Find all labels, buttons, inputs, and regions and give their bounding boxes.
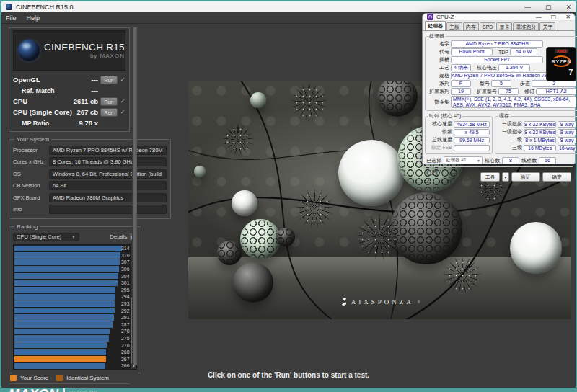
render-burst [294, 187, 335, 229]
ryzen-logo-text: RYZEN [552, 58, 572, 65]
ranking-row[interactable]: 24. 6C/12T @ 3.70 GHz, AMD Ryzen 5 7500F… [14, 321, 131, 329]
refmatch-label: Ref. Match [13, 87, 55, 94]
ranking-row-score: 292 [121, 308, 129, 313]
cpuz-tab[interactable]: SPD [480, 22, 495, 30]
revision-field: HPT1-A2 [536, 88, 576, 95]
render-burst [221, 122, 255, 157]
ranking-row[interactable]: 30. 8C/16T @ 3.51 GHz, 11th Gen Intel Co… [14, 362, 131, 370]
close-icon[interactable]: ✕ [565, 4, 571, 11]
render-sphere [232, 190, 257, 216]
tools-dropdown-button[interactable]: ▼ [502, 172, 509, 182]
cpuz-title-bar[interactable]: CPU-Z — ▢ ✕ [423, 14, 575, 21]
ranking-filter-dropdown[interactable]: CPU (Single Core) ▼ [13, 233, 79, 241]
validate-button[interactable]: 验证 [511, 172, 540, 182]
cpu-single-run-button[interactable]: Run [100, 108, 118, 117]
panel-splitter[interactable] [132, 27, 137, 365]
ranking-row-score: 295 [121, 288, 129, 293]
ranking-row[interactable]: 22. 24C/24T @ 2.12 GHz, 13th Gen Intel C… [14, 307, 131, 314]
system-row-value: 64 Bit [49, 181, 167, 190]
cpuz-processor-group: 处理器 AMD RYZEN 7 名字 AMD Ryzen 7 PRO 8845H… [425, 32, 577, 111]
cpuz-window-title: CPU-Z [436, 14, 454, 20]
ranking-row[interactable]: 28. 16C/16T @ 3.69 GHz, 12th Gen Intel C… [14, 349, 131, 356]
ryzen-badge: AMD RYZEN 7 [546, 47, 576, 81]
cpuz-close-icon[interactable]: ✕ [565, 14, 571, 20]
watermark: AIXSPONZA ® [188, 297, 571, 306]
cpu-check-icon[interactable]: ✓ [120, 98, 125, 104]
minimize-icon[interactable]: — [524, 4, 531, 11]
ranking-row[interactable]: 27. 16C/16T @ 2.50 GHz, 13th Gen Intel C… [14, 342, 131, 349]
ext-model-label: 扩展型号 [472, 88, 497, 95]
title-bar[interactable]: CINEBENCH R15.0 — ▢ ✕ [1, 1, 576, 12]
tdp-label: TDP [494, 50, 508, 55]
menu-help[interactable]: Help [27, 14, 40, 22]
cpuz-tab[interactable]: 显卡 [496, 22, 512, 30]
system-row: OS Windows 8, 64 Bit, Professional Editi… [13, 168, 167, 180]
cpu-single-check-icon[interactable]: ✓ [120, 109, 125, 115]
ranking-title: Ranking [14, 223, 40, 230]
render-burst [354, 212, 405, 262]
opengl-check-icon[interactable]: ✓ [120, 76, 125, 83]
ranking-row[interactable]: 19. 20C/20T @ 3.50 GHz, Intel Core i5-14… [14, 287, 131, 294]
cpuz-tab[interactable]: 关于 [539, 22, 555, 30]
clock-row-value [454, 145, 490, 151]
details-label: Details [110, 233, 127, 240]
threads-label: 线程数 [521, 157, 537, 164]
package-label: 插槽 [428, 56, 449, 63]
ranking-row[interactable]: 13. 32C/64T @ 4.00 GHz, AMD Ryzen Thread… [14, 245, 131, 252]
ranking-row[interactable]: 23. 24C/24T @ 2.12 GHz, 13th Gen Intel C… [14, 314, 131, 321]
opengl-run-button[interactable]: Run [100, 76, 118, 84]
render-burst [442, 255, 483, 295]
menu-file[interactable]: File [6, 14, 17, 22]
scroll-down-icon[interactable]: ▼ [132, 364, 136, 369]
ranking-row[interactable]: 15. 24C/24T @ 2.12 GHz, Intel Core i7-14… [14, 259, 131, 266]
cpuz-selection-row: 已选择 处理器 #1 ▼ 核心数 8 线程数 16 [425, 156, 573, 164]
ranking-row-bar: 28. 16C/16T @ 3.69 GHz, 12th Gen Intel C… [14, 349, 106, 355]
ranking-row-score: 301 [121, 280, 129, 285]
ranking-row-score: 278 [121, 329, 129, 334]
refmatch-value: --- [92, 86, 99, 94]
score-row-cpu-single: CPU (Single Core) 267 cb Run ✓ [13, 107, 125, 117]
score-row-mp-ratio: MP Ratio 9.78 x [13, 117, 125, 128]
ranking-row-score: 275 [121, 336, 129, 341]
processor-select[interactable]: 处理器 #1 ▼ [444, 156, 483, 164]
ranking-row-bar: 23. 24C/24T @ 2.12 GHz, 13th Gen Intel C… [14, 314, 114, 321]
ranking-row[interactable]: 16. 12C/24T @ 3.70 GHz, AMD Ryzen 9 7900… [14, 266, 131, 273]
ranking-row-score: 270 [121, 343, 129, 348]
ranking-row-bar: 19. 20C/20T @ 3.50 GHz, Intel Core i5-14… [14, 287, 115, 293]
system-row-label: Processor [13, 147, 46, 153]
cache-row-label: 二级 [498, 136, 522, 143]
ranking-row[interactable]: 18. 24C/24T @ 3.42 GHz, 13th Gen Intel C… [14, 280, 131, 287]
ranking-row[interactable]: 21. 24C/24T @ 3.19 GHz, 12th Gen Intel C… [14, 300, 131, 308]
ok-button[interactable]: 确定 [542, 172, 571, 182]
scores-box: CINEBENCH R15 by MAXON OpenGL --- Run ✓ … [9, 27, 130, 132]
opengl-value: --- [92, 76, 99, 84]
cpuz-tab[interactable]: 主板 [446, 22, 462, 30]
cpuz-maximize-icon[interactable]: ▢ [551, 14, 557, 20]
ranking-row[interactable]: 20. 6C/12T @ 3.80 GHz, AMD Ryzen 5 7600 … [14, 293, 131, 300]
model-field: 5 [491, 80, 511, 87]
ranking-row[interactable]: 25. 6C/12T @ 3.80 GHz, AMD Ryzen 5 7600 … [14, 328, 131, 335]
cpu-run-button[interactable]: Run [100, 97, 118, 106]
cpuz-tab[interactable]: 处理器 [425, 21, 446, 30]
ranking-row[interactable]: 17. 8C/16T @ 3.80 GHz, AMD Ryzen 7 7700 … [14, 272, 131, 280]
cpuz-tab[interactable]: 基准跑分 [513, 22, 539, 30]
cache-row-label: 三级 [498, 144, 522, 151]
cpuz-minimize-icon[interactable]: — [536, 14, 542, 20]
ranking-row[interactable]: 29. 8C/16T @ 3.80 GHz, AMD Ryzen 7 PRO 8… [14, 356, 131, 363]
ranking-row-label: 30. 8C/16T @ 3.51 GHz, 11th Gen Intel Co… [14, 369, 105, 370]
ranking-row[interactable]: 14. 64C/128T @ 3.20 GHz, AMD Ryzen Threa… [14, 252, 131, 259]
ranking-row-score: 293 [121, 301, 129, 306]
opengl-label: OpenGL [13, 76, 40, 84]
registered-mark: ® [418, 300, 420, 304]
cpuz-tab[interactable]: 内存 [463, 22, 479, 30]
ranking-row-bar: 26. 20C/20T @ 2.12 GHz, 12th Gen Intel C… [14, 335, 109, 342]
technology-field: 4 纳米 [451, 64, 471, 71]
selection-label: 已选择 [426, 157, 441, 164]
ranking-row-bar: 20. 6C/12T @ 3.80 GHz, AMD Ryzen 5 7600 … [14, 294, 115, 300]
instructions-label: 指令集 [428, 99, 449, 106]
ranking-row[interactable]: 26. 20C/20T @ 2.12 GHz, 12th Gen Intel C… [14, 335, 131, 342]
ranking-row-bar: 13. 32C/64T @ 4.00 GHz, AMD Ryzen Thread… [14, 246, 122, 252]
maximize-icon[interactable]: ▢ [545, 4, 552, 11]
tools-button[interactable]: 工具 [480, 172, 500, 182]
system-row: Processor AMD Ryzen 7 PRO 8845HS w/ Rade… [13, 144, 167, 156]
